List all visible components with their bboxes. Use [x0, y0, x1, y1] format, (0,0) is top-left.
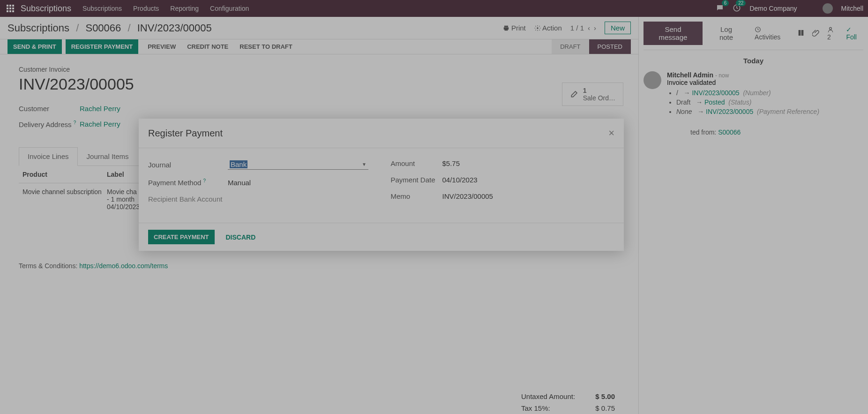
- modal-overlay[interactable]: [0, 0, 868, 414]
